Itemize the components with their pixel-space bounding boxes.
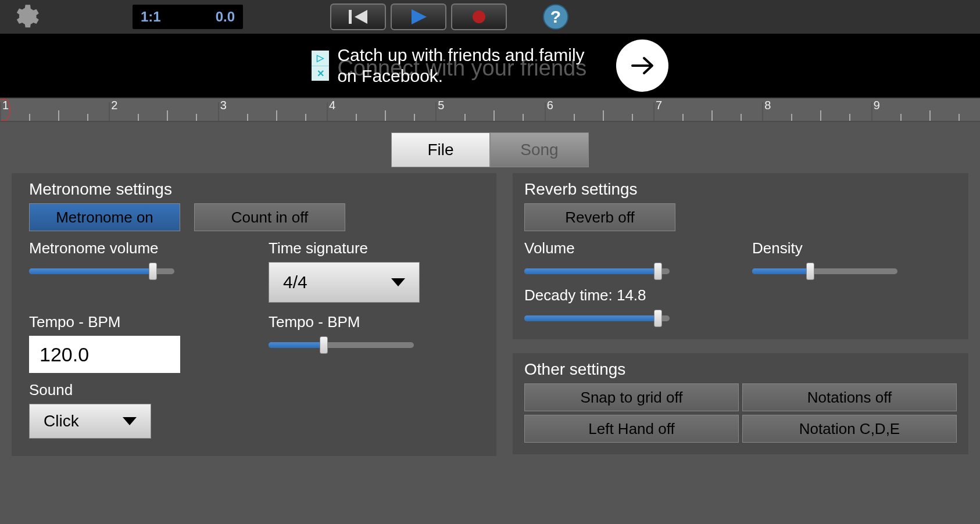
ad-banner[interactable]: ▷✕ Connect with your friends Catch up wi… (0, 34, 980, 98)
ad-text: Connect with your friends Catch up with … (337, 45, 584, 87)
settings-gear-icon[interactable] (10, 2, 40, 31)
metronome-title: Metronome settings (29, 180, 485, 199)
sound-label: Sound (29, 381, 485, 399)
sound-value: Click (44, 412, 79, 430)
time-value: 0.0 (216, 9, 235, 25)
toolbar: 1:1 0.0 ? (0, 0, 980, 34)
ruler-mark: 2 (109, 99, 217, 121)
ruler-mark: 4 (327, 99, 435, 121)
svg-rect-0 (349, 10, 352, 24)
svg-marker-1 (355, 10, 367, 24)
ad-info-icon[interactable]: ▷✕ (312, 51, 329, 81)
sound-dropdown[interactable]: Click (29, 404, 151, 439)
tempo-bpm-input[interactable] (29, 336, 180, 373)
metronome-volume-slider[interactable] (29, 262, 174, 281)
main-area: File Song Metronome settings Metronome o… (0, 132, 980, 462)
rewind-button[interactable] (330, 3, 386, 30)
tab-song[interactable]: Song (490, 132, 589, 167)
decay-time-label: Decady time: 14.8 (524, 286, 957, 304)
other-title: Other settings (524, 360, 957, 379)
ad-arrow-icon[interactable] (616, 40, 668, 92)
transport-controls (330, 3, 507, 30)
ruler-mark: 1 (0, 99, 109, 121)
tempo-bpm-label: Tempo - BPM (29, 313, 245, 331)
reverb-density-slider[interactable] (752, 262, 897, 281)
decay-time-slider[interactable] (524, 309, 670, 328)
snap-to-grid-button[interactable]: Snap to grid off (524, 383, 739, 411)
tabs-row: File Song (0, 132, 980, 167)
ruler-mark: 3 (218, 99, 327, 121)
reverb-off-button[interactable]: Reverb off (524, 203, 675, 231)
record-button[interactable] (451, 3, 507, 30)
left-hand-button[interactable]: Left Hand off (524, 415, 739, 443)
notation-cde-button[interactable]: Notation C,D,E (742, 415, 957, 443)
reverb-title: Reverb settings (524, 180, 957, 199)
reverb-density-label: Density (752, 239, 957, 257)
time-signature-value: 4/4 (283, 272, 307, 292)
chevron-down-icon (123, 417, 137, 425)
svg-point-3 (473, 10, 485, 23)
timeline-ruler[interactable]: 123456789 (0, 98, 980, 122)
reverb-volume-slider[interactable] (524, 262, 670, 281)
tempo-slider-label: Tempo - BPM (269, 313, 485, 331)
ad-line2: on Facebook. (337, 66, 584, 87)
time-signature-dropdown[interactable]: 4/4 (269, 262, 420, 303)
count-in-button[interactable]: Count in off (194, 203, 345, 231)
metronome-on-button[interactable]: Metronome on (29, 203, 180, 231)
time-display: 1:1 0.0 (133, 5, 243, 29)
reverb-volume-label: Volume (524, 239, 729, 257)
tab-file[interactable]: File (391, 132, 490, 167)
ruler-mark: 8 (762, 99, 871, 121)
time-signature-label: Time signature (269, 239, 485, 257)
reverb-panel: Reverb settings Reverb off Volume (513, 173, 968, 339)
svg-text:?: ? (550, 7, 561, 26)
svg-marker-2 (412, 9, 427, 24)
ad-line1: Catch up with friends and family (337, 45, 584, 66)
position-value: 1:1 (141, 9, 161, 25)
tempo-slider[interactable] (269, 336, 414, 354)
ruler-mark: 9 (871, 99, 980, 121)
help-icon[interactable]: ? (542, 3, 570, 31)
notations-button[interactable]: Notations off (742, 383, 957, 411)
ruler-mark: 6 (545, 99, 653, 121)
metronome-panel: Metronome settings Metronome on Count in… (12, 173, 496, 456)
chevron-down-icon (391, 278, 405, 286)
metronome-volume-label: Metronome volume (29, 239, 245, 257)
play-button[interactable] (391, 3, 446, 30)
ruler-mark: 5 (435, 99, 544, 121)
other-settings-panel: Other settings Snap to grid off Notation… (513, 353, 968, 454)
ruler-mark: 7 (653, 99, 762, 121)
